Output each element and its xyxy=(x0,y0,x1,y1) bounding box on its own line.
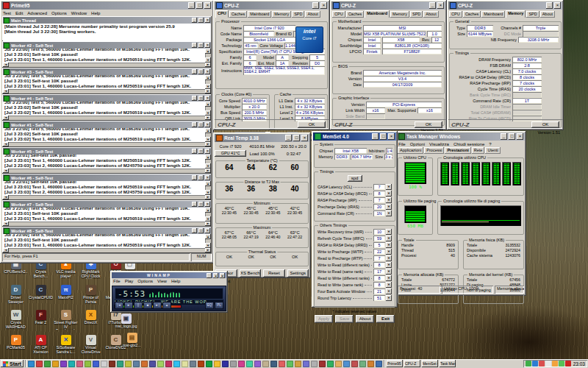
ok-button[interactable]: OK xyxy=(531,121,559,128)
quicklaunch-icon[interactable] xyxy=(343,361,350,367)
desktop-icon-ati-cp-xtension[interactable]: AATI CP Xtension xyxy=(29,335,53,354)
desktop-icon-driver-sweeper[interactable]: DDriver Sweeper xyxy=(4,285,28,304)
scroll-up-icon[interactable]: ▲ xyxy=(205,128,211,133)
close-icon[interactable]: × xyxy=(388,133,395,140)
chevron-down-icon[interactable]: ▼ xyxy=(386,249,392,255)
desktop-icon-prince-of-persia[interactable]: PPrince of Persia xyxy=(79,285,103,304)
reset-button[interactable]: Reset xyxy=(263,269,285,277)
quicklaunch-icon[interactable] xyxy=(76,361,83,367)
quicklaunch-icon[interactable] xyxy=(279,361,285,367)
ok-button[interactable]: OK xyxy=(298,121,326,128)
tab-caches[interactable]: Caches xyxy=(346,11,365,18)
scroll-left-icon[interactable]: ◄ xyxy=(3,63,9,67)
scroll-down-icon[interactable]: ▼ xyxy=(205,84,211,89)
close-icon[interactable]: × xyxy=(301,135,308,141)
quicklaunch-icon[interactable] xyxy=(157,361,164,367)
scroll-down-icon[interactable]: ▼ xyxy=(205,163,211,169)
tray-icon[interactable] xyxy=(545,361,551,367)
vertical-scrollbar[interactable]: ▲▼ xyxy=(205,128,211,142)
minimize-icon[interactable]: _ xyxy=(207,273,212,278)
quicklaunch-icon[interactable] xyxy=(230,361,237,367)
eject-button[interactable]: ▲ xyxy=(162,302,171,309)
pause-button[interactable]: || xyxy=(134,302,143,309)
horizontal-scrollbar[interactable]: ◄► xyxy=(3,116,211,120)
maximize-icon[interactable]: □ xyxy=(293,135,300,141)
quicklaunch-icon[interactable] xyxy=(206,361,212,367)
tray-icon[interactable] xyxy=(559,361,564,367)
scroll-right-icon[interactable]: ► xyxy=(205,222,211,226)
quicklaunch-icon[interactable] xyxy=(214,361,220,367)
tab-rete[interactable]: Rete xyxy=(472,147,485,154)
vertical-scrollbar[interactable]: ▲▼ xyxy=(205,102,211,116)
taskbar-button-task-manager[interactable]: Task Manager xyxy=(440,360,456,367)
tray-icon[interactable] xyxy=(532,361,538,367)
cpuz-titlebar[interactable]: CPU-Z _ × xyxy=(215,1,329,10)
menu-item-opzioni[interactable]: Opzioni xyxy=(410,142,425,146)
tray-icon[interactable] xyxy=(526,361,531,367)
maximize-icon[interactable]: □ xyxy=(198,18,204,23)
horizontal-scrollbar[interactable]: ◄► xyxy=(3,195,211,199)
minimize-icon[interactable]: _ xyxy=(192,18,197,23)
maximize-icon[interactable]: □ xyxy=(509,133,515,140)
quicklaunch-icon[interactable] xyxy=(246,361,253,367)
desktop-icon-sisoftware-sandra-l[interactable]: ✕SiSoftware Sandra L... xyxy=(54,335,78,354)
about-button[interactable]: About xyxy=(356,315,374,323)
vertical-scrollbar[interactable]: ▲▼ xyxy=(205,155,211,169)
scroll-left-icon[interactable]: ◄ xyxy=(3,222,9,226)
minimize-icon[interactable]: _ xyxy=(192,228,197,233)
scroll-up-icon[interactable]: ▲ xyxy=(205,208,211,213)
worker-3-self-test-titlebar[interactable]: Worker #3 - Self-Test_□× xyxy=(3,68,211,75)
chevron-down-icon[interactable]: ▼ xyxy=(386,197,392,203)
vertical-scrollbar[interactable]: ▲▼ xyxy=(205,234,211,248)
realtemp-titlebar[interactable]: Real Temp 3.38 _ □ × xyxy=(215,134,309,142)
scroll-down-icon[interactable]: ▼ xyxy=(205,110,211,116)
chevron-down-icon[interactable]: ▼ xyxy=(386,236,392,241)
prev-button[interactable]: |◄ xyxy=(115,302,123,309)
quicklaunch-icon[interactable] xyxy=(368,361,374,367)
close-icon[interactable]: × xyxy=(554,2,561,9)
quicklaunch-icon[interactable] xyxy=(222,361,229,367)
taskmanager-titlebar[interactable]: Task Manager Windows _ □ × xyxy=(397,132,525,141)
quicklaunch-icon[interactable] xyxy=(68,361,75,367)
play-button[interactable]: ► xyxy=(124,302,133,309)
menu-item-item[interactable]: ? xyxy=(489,142,491,146)
chevron-down-icon[interactable]: ▼ xyxy=(386,191,392,197)
scroll-up-icon[interactable]: ▲ xyxy=(205,155,211,160)
desktop-icon-maxxpi2[interactable]: πMaxxPI2 xyxy=(54,285,78,300)
close-icon[interactable]: × xyxy=(205,202,210,207)
maximize-icon[interactable]: □ xyxy=(198,43,204,48)
quicklaunch-icon[interactable] xyxy=(133,361,140,367)
tray-icon[interactable] xyxy=(539,361,545,367)
tab-processi[interactable]: Processi xyxy=(424,147,444,154)
close-icon[interactable]: × xyxy=(220,273,225,278)
menu-item-help[interactable]: Help xyxy=(91,11,100,15)
close-icon[interactable]: × xyxy=(205,43,210,48)
tab-mainboard[interactable]: Mainboard xyxy=(248,11,271,18)
chevron-down-icon[interactable]: ▼ xyxy=(386,289,392,294)
save-button[interactable]: Save xyxy=(335,315,354,323)
prime95-titlebar[interactable]: Prime95 _ □ × xyxy=(1,1,212,10)
tab-prestazioni[interactable]: Prestazioni xyxy=(445,147,470,154)
chevron-down-icon[interactable]: ▼ xyxy=(386,204,392,210)
worker-2-self-test-titlebar[interactable]: Worker #2 - Self-Test_□× xyxy=(3,42,211,49)
chevron-down-icon[interactable]: ▼ xyxy=(386,229,392,235)
quicklaunch-icon[interactable] xyxy=(173,361,180,367)
quicklaunch-icon[interactable] xyxy=(295,361,301,367)
quicklaunch-icon[interactable] xyxy=(60,361,67,367)
vertical-scrollbar[interactable]: ▲▼ xyxy=(205,208,211,222)
tray-icon[interactable] xyxy=(552,361,558,367)
close-icon[interactable]: × xyxy=(205,69,210,74)
ok-button[interactable]: OK xyxy=(415,121,442,128)
scroll-right-icon[interactable]: ► xyxy=(205,89,211,93)
menu-item-options[interactable]: Options xyxy=(51,11,67,15)
chevron-down-icon[interactable]: ▼ xyxy=(386,184,392,190)
taskbar-button-cpu-z[interactable]: CPU-Z xyxy=(404,360,420,367)
quicklaunch-icon[interactable] xyxy=(28,361,35,367)
menu-item-advanced[interactable]: Advanced xyxy=(27,11,47,15)
quicklaunch-icon[interactable] xyxy=(52,361,59,367)
tab-about[interactable]: About xyxy=(540,11,555,18)
scroll-up-icon[interactable]: ▲ xyxy=(205,75,211,80)
scroll-left-icon[interactable]: ◄ xyxy=(3,169,9,173)
horizontal-scrollbar[interactable]: ◄► xyxy=(3,222,211,226)
memset-titlebar[interactable]: MemSet 4.0 _ □ × xyxy=(313,132,396,141)
